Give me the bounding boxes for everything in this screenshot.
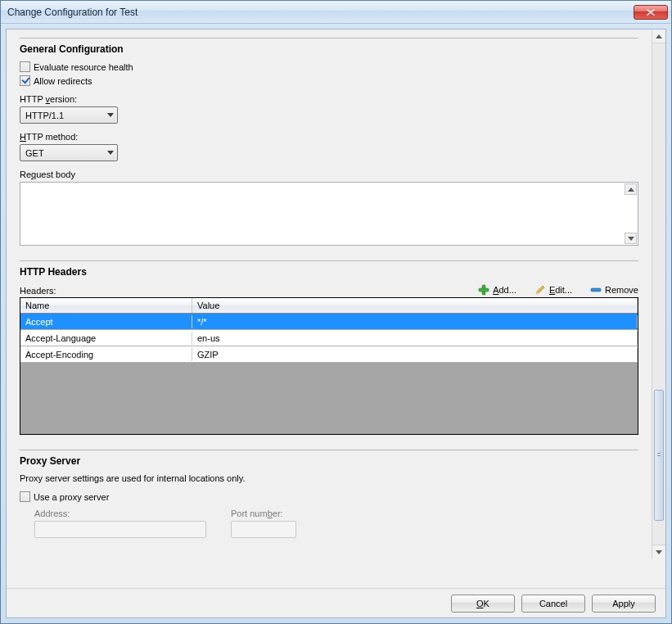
http-version-label: HTTP version:: [20, 94, 638, 104]
table-row[interactable]: Accept-Encoding GZIP: [20, 346, 638, 363]
http-headers-section-title: HTTP Headers: [20, 266, 638, 278]
pencil-icon: [534, 284, 546, 296]
add-header-button[interactable]: Add...: [478, 284, 516, 296]
cancel-button[interactable]: Cancel: [521, 595, 585, 613]
http-method-value: GET: [25, 148, 44, 158]
allow-redirects-label: Allow redirects: [34, 76, 92, 86]
dialog-window: Change Configuration for Test General Co…: [0, 0, 672, 624]
divider: [20, 450, 638, 450]
table-header: Name Value: [20, 298, 638, 314]
evaluate-resource-health-row[interactable]: Evaluate resource health: [20, 61, 638, 72]
use-proxy-label: Use a proxy server: [34, 492, 109, 502]
headers-label: Headers:: [20, 286, 56, 296]
http-version-value: HTTP/1.1: [25, 111, 64, 120]
allow-redirects-row[interactable]: Allow redirects: [20, 75, 638, 86]
use-proxy-checkbox[interactable]: [20, 491, 30, 502]
use-proxy-row[interactable]: Use a proxy server: [20, 491, 638, 502]
chevron-down-icon: [656, 550, 662, 554]
proxy-fields: Address: Port number:: [34, 509, 638, 538]
proxy-port-input[interactable]: [231, 521, 296, 538]
scroll-pane: General Configuration Evaluate resource …: [7, 29, 665, 588]
proxy-section-title: Proxy Server: [20, 455, 638, 467]
textarea-scroll-up[interactable]: [625, 183, 637, 195]
evaluate-resource-health-label: Evaluate resource health: [34, 62, 133, 72]
vertical-scrollbar[interactable]: [652, 29, 665, 558]
plus-icon: [478, 284, 489, 296]
request-body-label: Request body: [20, 170, 638, 179]
http-version-select[interactable]: HTTP/1.1: [20, 106, 118, 124]
table-body: Accept */* Accept-Language en-us Accept-…: [20, 314, 638, 363]
chevron-down-icon: [107, 113, 114, 117]
remove-label: Remove: [605, 285, 638, 295]
minus-icon: [590, 284, 602, 296]
proxy-description: Proxy server settings are used for inter…: [20, 473, 638, 483]
scroll-up-button[interactable]: [652, 29, 665, 43]
allow-redirects-checkbox[interactable]: [20, 75, 30, 86]
scroll-down-button[interactable]: [652, 545, 665, 558]
proxy-address-field: Address:: [34, 509, 206, 538]
scroll-thumb[interactable]: [654, 390, 664, 521]
http-method-label: HTTP method:: [20, 132, 638, 142]
divider: [20, 38, 638, 38]
edit-header-button[interactable]: Edit...: [534, 284, 572, 296]
col-value[interactable]: Value: [192, 298, 638, 313]
chevron-up-icon: [628, 188, 634, 192]
request-body-textarea[interactable]: [20, 182, 638, 246]
content: General Configuration Evaluate resource …: [7, 29, 652, 546]
button-bar: OK Cancel Apply: [7, 588, 665, 617]
titlebar: Change Configuration for Test: [1, 1, 671, 24]
http-method-select[interactable]: GET: [20, 144, 118, 161]
table-row[interactable]: Accept */*: [20, 314, 638, 330]
headers-table[interactable]: Name Value Accept */* Accept-Language en…: [20, 297, 638, 435]
close-icon: [647, 9, 655, 16]
chevron-up-icon: [656, 34, 662, 38]
apply-button[interactable]: Apply: [592, 595, 656, 613]
proxy-port-label: Port number:: [231, 509, 296, 518]
add-label: dd...: [498, 285, 516, 295]
col-name[interactable]: Name: [20, 298, 192, 313]
table-row[interactable]: Accept-Language en-us: [20, 330, 638, 346]
divider: [20, 260, 638, 261]
general-section-title: General Configuration: [20, 43, 638, 55]
proxy-address-label: Address:: [34, 509, 206, 518]
svg-rect-4: [591, 288, 601, 292]
ok-button[interactable]: OK: [451, 595, 515, 613]
remove-header-button[interactable]: Remove: [590, 284, 638, 296]
chevron-down-icon: [628, 237, 634, 241]
headers-toolbar: Headers: Add...: [20, 284, 638, 296]
proxy-port-field: Port number:: [231, 509, 296, 538]
client-area: General Configuration Evaluate resource …: [6, 29, 666, 618]
close-button[interactable]: [634, 5, 668, 20]
evaluate-resource-health-checkbox[interactable]: [20, 61, 30, 72]
svg-rect-1: [479, 288, 489, 292]
chevron-down-icon: [107, 151, 114, 155]
window-title: Change Configuration for Test: [7, 7, 634, 18]
proxy-address-input[interactable]: [34, 521, 206, 538]
textarea-scroll-down[interactable]: [625, 233, 637, 244]
